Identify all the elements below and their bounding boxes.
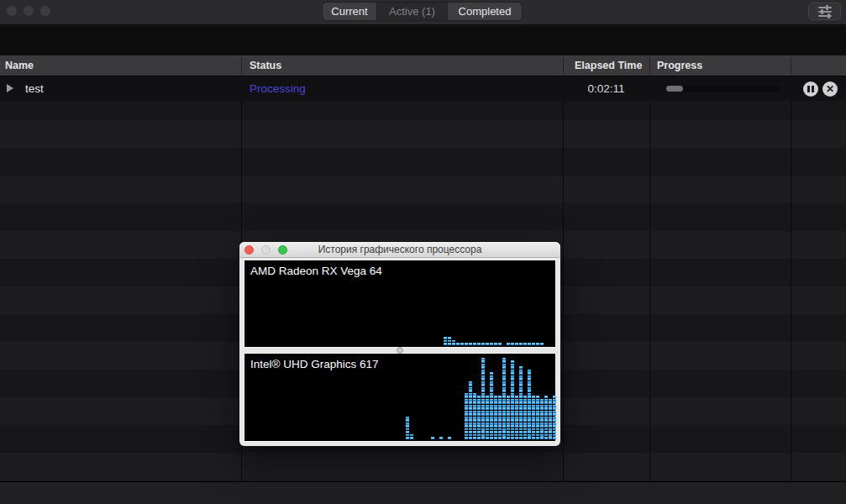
gpu-chart-amd-label: AMD Radeon RX Vega 64 (250, 265, 382, 277)
gpu-chart-amd: AMD Radeon RX Vega 64 (244, 260, 556, 348)
gpu-window-title: История графического процессора (239, 242, 560, 258)
progress-bar-fill (666, 86, 683, 92)
column-divider (649, 76, 650, 481)
table-header: Name Status Elapsed Time Progress (0, 55, 846, 76)
sliders-icon (818, 7, 832, 8)
job-name: test (25, 76, 44, 101)
drop-zone-strip (0, 26, 846, 55)
job-elapsed-time: 0:02:11 (563, 76, 649, 101)
pause-button[interactable] (803, 81, 818, 97)
column-divider (791, 76, 791, 481)
column-header-status[interactable]: Status (250, 55, 281, 76)
view-segmented-control: Current Active (1) Completed (322, 2, 523, 21)
column-divider (563, 76, 564, 481)
cancel-button[interactable]: ✕ (822, 81, 838, 97)
tab-current[interactable]: Current (323, 3, 376, 20)
column-divider[interactable] (649, 57, 650, 75)
column-header-elapsed-time[interactable]: Elapsed Time (575, 55, 642, 76)
close-button[interactable] (244, 245, 254, 255)
tab-active[interactable]: Active (1) (376, 3, 447, 20)
gpu-chart-intel: Intel® UHD Graphics 617 (244, 353, 556, 442)
column-divider[interactable] (791, 57, 791, 75)
zoom-button[interactable] (278, 245, 287, 255)
minimize-button[interactable] (24, 6, 34, 16)
toolbar: Current Active (1) Completed (0, 0, 846, 25)
gpu-window-titlebar[interactable]: История графического процессора (239, 242, 560, 258)
status-footer (0, 481, 846, 504)
close-x-icon: ✕ (826, 81, 834, 97)
column-divider[interactable] (563, 57, 564, 75)
pause-icon (807, 86, 814, 92)
zoom-button[interactable] (40, 6, 50, 16)
column-header-progress[interactable]: Progress (657, 55, 702, 76)
column-divider[interactable] (241, 57, 242, 75)
gpu-history-window[interactable]: История графического процессора AMD Rade… (239, 242, 560, 446)
disclosure-triangle-icon[interactable] (7, 84, 13, 92)
compressor-app-window: Current Active (1) Completed Name Status… (0, 0, 846, 504)
sliders-icon (818, 15, 832, 17)
close-button[interactable] (7, 6, 17, 16)
gpu-chart-intel-label: Intel® UHD Graphics 617 (250, 358, 379, 370)
filter-settings-button[interactable] (808, 3, 841, 20)
table-row[interactable]: test Processing 0:02:11 ✕ (0, 76, 846, 101)
column-header-name[interactable]: Name (5, 55, 34, 76)
minimize-button[interactable] (261, 245, 271, 255)
tab-completed[interactable]: Completed (447, 3, 522, 20)
progress-bar (666, 86, 780, 92)
job-status: Processing (250, 76, 306, 101)
splitter-handle[interactable] (397, 347, 403, 354)
sliders-icon (818, 11, 832, 13)
